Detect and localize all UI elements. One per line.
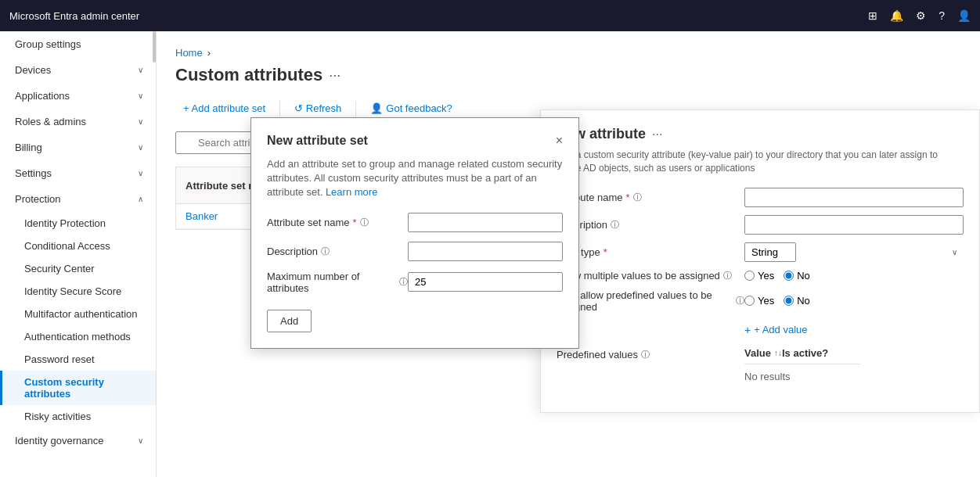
allow-multiple-yes-radio[interactable] bbox=[744, 271, 755, 281]
sidebar-item-identity-secure-score[interactable]: Identity Secure Score bbox=[0, 280, 156, 303]
refresh-button[interactable]: ↺ Refresh bbox=[286, 98, 349, 119]
predefined-values-content: + + Add value Value ↑↓ Is active? No res… bbox=[744, 321, 860, 389]
panel-row-allow-multiple: Allow multiple values to be assigned ⓘ Y… bbox=[557, 270, 964, 282]
page-options-button[interactable]: ··· bbox=[329, 67, 340, 84]
sidebar-item-conditional-access[interactable]: Conditional Access bbox=[0, 235, 156, 257]
panel-description: Add a custom security attribute (key-val… bbox=[557, 149, 964, 175]
info-icon-attr-name[interactable]: ⓘ bbox=[360, 217, 369, 228]
page-title-row: Custom attributes ··· bbox=[175, 65, 961, 85]
sidebar-item-applications[interactable]: Applications ∨ bbox=[0, 83, 156, 109]
add-value-label: + Add value bbox=[754, 324, 807, 335]
sidebar-item-devices[interactable]: Devices ∨ bbox=[0, 57, 156, 83]
sidebar-scrollbar[interactable] bbox=[153, 31, 156, 63]
sidebar-item-risky-activities[interactable]: Risky activities bbox=[0, 405, 156, 428]
new-attribute-set-modal: New attribute set × Add an attribute set… bbox=[250, 117, 579, 349]
info-icon-max[interactable]: ⓘ bbox=[399, 276, 408, 288]
sidebar-item-settings[interactable]: Settings ∨ bbox=[0, 160, 156, 186]
sidebar-item-billing[interactable]: Billing ∨ bbox=[0, 134, 156, 160]
col-header-value: Value ↑↓ bbox=[744, 347, 782, 359]
sidebar-item-custom-security-attrs[interactable]: Custom security attributes bbox=[0, 371, 156, 405]
max-attrs-input[interactable] bbox=[408, 272, 563, 292]
required-indicator: * bbox=[353, 217, 357, 228]
panel-attr-name-input[interactable] bbox=[744, 188, 964, 207]
allow-multiple-no-option[interactable]: No bbox=[784, 270, 810, 282]
values-table-header: Value ↑↓ Is active? bbox=[744, 343, 860, 364]
toolbar-separator-2 bbox=[355, 101, 356, 117]
panel-row-description: Description ⓘ bbox=[557, 215, 964, 235]
breadcrumb-separator: › bbox=[207, 47, 211, 59]
panel-select-wrapper: String Integer Boolean ∨ bbox=[744, 242, 964, 262]
sidebar-item-group-settings[interactable]: Group settings bbox=[0, 31, 156, 57]
only-predefined-no-option[interactable]: No bbox=[784, 295, 810, 307]
info-icon-desc[interactable]: ⓘ bbox=[321, 246, 330, 257]
sidebar-item-identity-protection[interactable]: Identity Protection bbox=[0, 212, 156, 235]
only-predefined-no-radio[interactable] bbox=[784, 296, 794, 306]
allow-multiple-radio-group: Yes No bbox=[744, 270, 810, 282]
chevron-down-icon: ∨ bbox=[138, 117, 143, 126]
info-icon-panel-attr-name[interactable]: ⓘ bbox=[633, 192, 642, 203]
chevron-up-icon: ∧ bbox=[138, 195, 143, 203]
sidebar-label-billing: Billing bbox=[15, 142, 42, 153]
sidebar-item-multifactor-auth[interactable]: Multifactor authentication bbox=[0, 303, 156, 325]
sidebar-item-password-reset[interactable]: Password reset bbox=[0, 348, 156, 371]
learn-more-link[interactable]: Learn more bbox=[326, 186, 377, 198]
sidebar-label-password-reset: Password reset bbox=[24, 353, 95, 365]
sidebar-item-protection[interactable]: Protection ∧ bbox=[0, 186, 156, 212]
modal-close-button[interactable]: × bbox=[556, 134, 563, 148]
panel-row-predefined-values: Predefined values ⓘ + + Add value Value … bbox=[557, 321, 964, 389]
sidebar-item-auth-methods[interactable]: Authentication methods bbox=[0, 325, 156, 348]
panel-options-button[interactable]: ··· bbox=[652, 127, 662, 142]
required-star-attr-name: * bbox=[626, 192, 630, 203]
description-input[interactable] bbox=[408, 242, 563, 261]
sidebar-label-conditional-access: Conditional Access bbox=[24, 240, 110, 252]
user-icon[interactable]: 👤 bbox=[957, 9, 971, 22]
form-row-max-attrs: Maximum number of attributes ⓘ bbox=[267, 271, 563, 294]
info-icon-predefined-values[interactable]: ⓘ bbox=[641, 349, 650, 360]
sidebar-label-group-settings: Group settings bbox=[15, 38, 81, 50]
panel-label-description: Description ⓘ bbox=[557, 219, 744, 231]
breadcrumb-home[interactable]: Home bbox=[175, 47, 203, 59]
gear-icon[interactable]: ⚙ bbox=[916, 9, 926, 22]
sidebar-label-protection: Protection bbox=[15, 193, 61, 205]
main-layout: Group settings Devices ∨ Applications ∨ … bbox=[0, 31, 980, 477]
feedback-label: Got feedback? bbox=[386, 102, 452, 114]
sidebar-label-risky-activities: Risky activities bbox=[24, 411, 91, 422]
question-icon[interactable]: ? bbox=[939, 9, 945, 22]
bell-icon[interactable]: 🔔 bbox=[890, 9, 903, 22]
allow-multiple-no-radio[interactable] bbox=[784, 271, 794, 281]
content-area: Home › Custom attributes ··· + Add attri… bbox=[157, 31, 980, 477]
add-attribute-set-button[interactable]: + Add attribute set bbox=[175, 98, 273, 119]
chevron-down-icon: ∨ bbox=[138, 169, 143, 178]
sidebar-item-security-center[interactable]: Security Center bbox=[0, 257, 156, 280]
info-icon-allow-multiple[interactable]: ⓘ bbox=[723, 270, 732, 282]
data-type-select[interactable]: String Integer Boolean bbox=[744, 242, 796, 262]
add-value-row[interactable]: + + Add value bbox=[744, 324, 860, 336]
feedback-button[interactable]: 👤 Got feedback? bbox=[362, 98, 460, 119]
info-icon-only-predefined[interactable]: ⓘ bbox=[736, 295, 744, 307]
only-predefined-yes-option[interactable]: Yes bbox=[744, 295, 774, 307]
form-label-max-attrs: Maximum number of attributes ⓘ bbox=[267, 271, 408, 294]
sidebar-item-identity-governance[interactable]: Identity governance ∨ bbox=[0, 428, 156, 454]
allow-multiple-yes-option[interactable]: Yes bbox=[744, 270, 774, 282]
only-predefined-yes-radio[interactable] bbox=[744, 296, 755, 306]
toolbar-separator bbox=[279, 101, 280, 117]
feedback-icon: 👤 bbox=[370, 102, 383, 114]
sidebar-item-roles-admins[interactable]: Roles & admins ∨ bbox=[0, 109, 156, 134]
modal-add-button[interactable]: Add bbox=[267, 310, 312, 332]
panel-description-input[interactable] bbox=[744, 215, 964, 235]
sidebar-label-identity-governance: Identity governance bbox=[15, 435, 103, 447]
panel-label-predefined-values: Predefined values ⓘ bbox=[557, 349, 744, 360]
chevron-down-icon: ∨ bbox=[138, 143, 143, 152]
sort-value-icon[interactable]: ↑↓ bbox=[774, 349, 782, 357]
app-title: Microsoft Entra admin center bbox=[9, 10, 868, 22]
breadcrumb: Home › bbox=[175, 47, 961, 59]
modal-header: New attribute set × bbox=[267, 134, 563, 148]
grid-icon[interactable]: ⊞ bbox=[868, 9, 877, 22]
attr-name-input[interactable] bbox=[408, 213, 563, 232]
sidebar: Group settings Devices ∨ Applications ∨ … bbox=[0, 31, 157, 477]
add-value-icon: + bbox=[744, 324, 751, 336]
info-icon-panel-desc[interactable]: ⓘ bbox=[611, 219, 619, 231]
topbar: Microsoft Entra admin center ⊞ 🔔 ⚙ ? 👤 bbox=[0, 0, 980, 31]
form-label-attr-name: Attribute set name * ⓘ bbox=[267, 217, 408, 228]
only-predefined-radio-group: Yes No bbox=[744, 295, 810, 307]
